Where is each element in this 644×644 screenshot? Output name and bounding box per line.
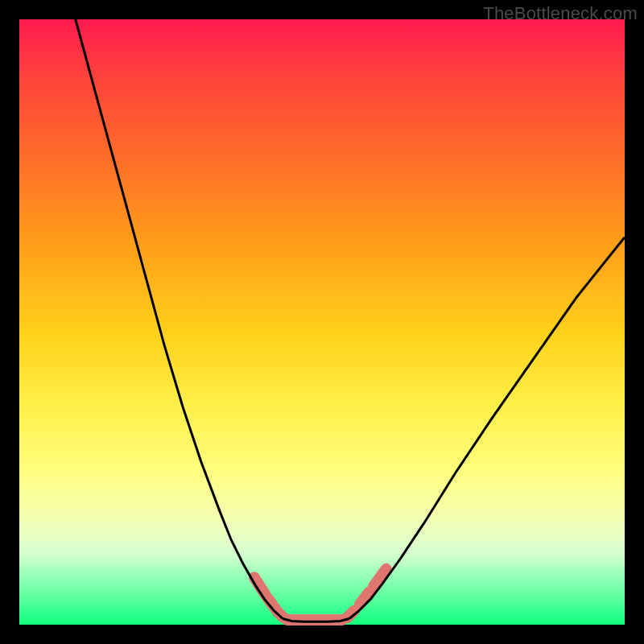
right-curve <box>349 237 625 619</box>
right-cap-upper <box>374 569 386 587</box>
chart-svg <box>19 19 625 625</box>
left-curve <box>74 14 283 619</box>
outer-frame: TheBottleneck.com <box>0 0 644 644</box>
